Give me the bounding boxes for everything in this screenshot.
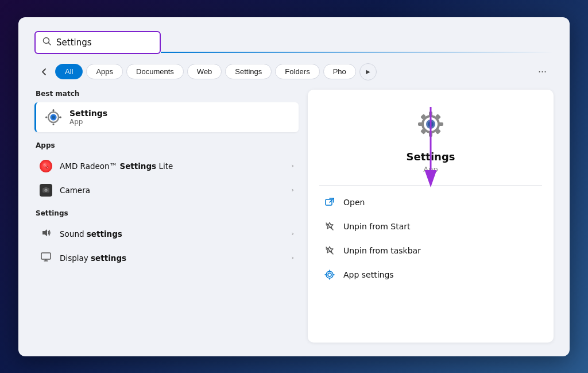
right-panel-subtitle: App — [423, 165, 438, 174]
more-filters-play-button[interactable]: ▶ — [359, 63, 377, 80]
settings-section: Settings Sound settings › — [34, 209, 299, 270]
list-item-sound[interactable]: Sound settings › — [34, 222, 299, 246]
search-icon — [42, 37, 52, 48]
svg-rect-30 — [326, 199, 332, 205]
amd-icon — [39, 159, 53, 173]
sound-settings-label: Sound settings — [60, 229, 285, 239]
app-settings-label: App settings — [343, 270, 394, 279]
content-area: Best match Settings App Apps — [34, 90, 554, 343]
best-match-label: Best match — [34, 90, 299, 98]
left-panel: Best match Settings App Apps — [34, 90, 299, 343]
best-match-info: Settings App — [69, 109, 107, 126]
apps-section: Apps AMD Radeon™ Settings Lite › — [34, 141, 299, 202]
list-item-amd[interactable]: AMD Radeon™ Settings Lite › — [34, 154, 299, 178]
display-icon — [39, 251, 53, 265]
right-panel-title: Settings — [407, 151, 455, 163]
action-unpin-start[interactable]: Unpin from Start — [319, 214, 542, 239]
search-window: Settings All Apps Documents Web Settings… — [18, 17, 570, 356]
amd-chevron-icon: › — [292, 162, 294, 170]
filter-tab-apps[interactable]: Apps — [86, 64, 123, 79]
search-bar-area: Settings — [34, 31, 554, 54]
svg-rect-23 — [429, 132, 432, 137]
right-panel: Settings App Open — [308, 90, 554, 343]
best-match-title: Settings — [69, 109, 107, 118]
filter-tab-photos[interactable]: Pho — [323, 64, 356, 79]
unpin-start-icon — [324, 221, 335, 232]
back-button[interactable] — [37, 66, 52, 78]
camera-app-label: Camera — [60, 186, 285, 195]
svg-point-21 — [428, 121, 434, 127]
action-unpin-taskbar[interactable]: Unpin from taskbar — [319, 239, 542, 263]
camera-chevron-icon: › — [292, 186, 294, 194]
best-match-item[interactable]: Settings App — [34, 102, 299, 132]
divider — [319, 185, 542, 186]
svg-rect-12 — [45, 187, 48, 188]
display-settings-label: Display settings — [60, 253, 285, 263]
filter-tab-web[interactable]: Web — [187, 64, 222, 79]
settings-app-icon-small — [44, 108, 63, 126]
unpin-taskbar-label: Unpin from taskbar — [343, 246, 421, 255]
open-label: Open — [343, 198, 365, 207]
search-input-value: Settings — [56, 37, 92, 48]
filter-tab-documents[interactable]: Documents — [126, 64, 184, 79]
app-settings-icon — [324, 269, 335, 280]
unpin-start-label: Unpin from Start — [343, 222, 410, 231]
search-underline — [161, 52, 554, 53]
svg-point-11 — [45, 189, 47, 191]
more-options-button[interactable]: ··· — [533, 63, 551, 80]
search-box[interactable]: Settings — [34, 31, 161, 54]
action-open[interactable]: Open — [319, 190, 542, 214]
svg-marker-13 — [42, 229, 47, 236]
svg-point-5 — [52, 116, 55, 119]
svg-rect-25 — [439, 122, 443, 126]
settings-section-label: Settings — [34, 209, 299, 217]
svg-rect-22 — [429, 111, 432, 116]
sound-icon — [39, 227, 53, 241]
filter-tab-all[interactable]: All — [55, 64, 83, 79]
filter-tab-settings[interactable]: Settings — [225, 64, 272, 79]
list-item-display[interactable]: Display settings › — [34, 246, 299, 270]
list-item-camera[interactable]: Camera › — [34, 178, 299, 202]
settings-app-icon-large — [410, 103, 451, 145]
unpin-taskbar-icon — [324, 245, 335, 256]
best-match-subtitle: App — [69, 118, 107, 126]
camera-icon — [39, 183, 53, 197]
apps-section-label: Apps — [34, 141, 299, 149]
svg-point-35 — [326, 271, 333, 278]
svg-point-34 — [328, 273, 331, 276]
open-icon — [324, 197, 335, 208]
svg-rect-24 — [418, 122, 423, 126]
sound-chevron-icon: › — [292, 230, 294, 237]
amd-app-label: AMD Radeon™ Settings Lite — [60, 161, 285, 171]
filter-tab-folders[interactable]: Folders — [275, 64, 319, 79]
svg-rect-14 — [41, 253, 51, 259]
svg-line-1 — [49, 43, 51, 45]
filter-tabs-bar: All Apps Documents Web Settings Folders … — [34, 63, 554, 80]
action-app-settings[interactable]: App settings — [319, 263, 542, 287]
action-list: Open Unpin from Start — [319, 190, 542, 287]
display-chevron-icon: › — [292, 254, 294, 262]
